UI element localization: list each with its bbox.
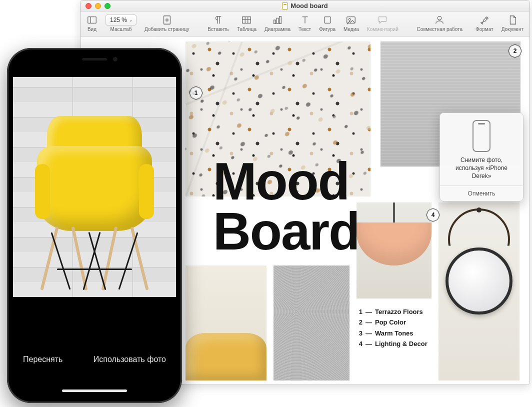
retake-button[interactable]: Переснять — [23, 355, 62, 364]
svg-rect-11 — [280, 16, 282, 24]
image-lamp[interactable] — [356, 202, 432, 298]
svg-point-16 — [349, 18, 351, 20]
table-button[interactable]: Таблица — [234, 12, 260, 32]
paragraph-icon — [213, 14, 224, 26]
legend-item: 4 — Lighting & Decor — [356, 338, 428, 349]
close-window-button[interactable] — [86, 3, 92, 9]
svg-rect-5 — [242, 17, 251, 24]
view-icon — [86, 14, 98, 26]
comment-button: Комментарий — [364, 12, 402, 32]
insert-button[interactable]: Вставить — [204, 12, 232, 32]
popover-cancel-button[interactable]: Отменить — [440, 186, 523, 201]
iphone-device: Переснять Использовать фото — [7, 48, 182, 403]
svg-rect-10 — [276, 18, 278, 24]
legend-item: 1 — Terrazzo Floors — [356, 306, 428, 317]
document-icon — [282, 2, 288, 10]
callout-4[interactable]: 4 — [426, 208, 440, 222]
shape-button[interactable]: Фигура — [316, 12, 338, 32]
home-indicator[interactable] — [62, 390, 127, 392]
format-button[interactable]: Формат — [472, 12, 496, 32]
iphone-notch — [54, 54, 134, 67]
image-fur[interactable] — [274, 266, 350, 380]
legend-item: 3 — Warm Tones — [356, 328, 428, 338]
iphone-outline-icon — [472, 120, 490, 152]
legend-item: 2 — Pop Color — [356, 317, 428, 328]
iphone-screen: Переснять Использовать фото — [13, 54, 176, 397]
titlebar: Mood board — [80, 0, 530, 12]
document-title[interactable]: Mood Board. — [213, 156, 374, 256]
svg-rect-14 — [324, 17, 330, 24]
window-controls — [80, 3, 110, 9]
chart-button[interactable]: Диаграмма — [262, 12, 294, 32]
svg-rect-0 — [88, 17, 96, 24]
window-title-text: Mood board — [290, 2, 328, 10]
preview-subject-chair — [37, 116, 152, 286]
text-icon — [300, 14, 310, 26]
media-button[interactable]: Медиа — [340, 12, 362, 32]
document-panel-icon — [507, 14, 518, 26]
collaborate-button[interactable]: Совместная работа — [414, 12, 466, 32]
legend-list: 1 — Terrazzo Floors 2 — Pop Color 3 — Wa… — [356, 306, 428, 350]
chevron-down-icon: ⌄ — [129, 18, 133, 22]
add-page-icon — [162, 14, 172, 26]
format-icon — [479, 14, 490, 26]
image-mirror[interactable] — [438, 202, 520, 380]
continuity-camera-popover: Снимите фото, используя «iPhone Derek» О… — [440, 112, 524, 202]
zoom-value[interactable]: 125 % ⌄ — [106, 14, 136, 26]
use-photo-button[interactable]: Использовать фото — [94, 355, 166, 364]
comment-icon — [377, 14, 388, 26]
toolbar: Вид 125 % ⌄ Масштаб Добавить страницу Вс… — [80, 12, 530, 36]
add-page-button[interactable]: Добавить страницу — [142, 12, 192, 32]
zoom-window-button[interactable] — [104, 3, 110, 9]
popover-message: Снимите фото, используя «iPhone Derek» — [440, 156, 523, 186]
view-button[interactable]: Вид — [84, 12, 100, 32]
text-button[interactable]: Текст — [296, 12, 314, 32]
collaborate-icon — [434, 14, 445, 26]
svg-rect-9 — [274, 20, 276, 24]
table-icon — [241, 14, 252, 26]
camera-preview[interactable] — [13, 77, 176, 297]
media-icon — [346, 14, 356, 26]
callout-2[interactable]: 2 — [508, 44, 522, 58]
svg-point-17 — [438, 16, 442, 20]
camera-bottom-bar: Переснять Использовать фото — [13, 337, 176, 397]
image-sofa[interactable] — [186, 266, 266, 380]
chart-icon — [272, 14, 283, 26]
zoom-control[interactable]: 125 % ⌄ Масштаб — [102, 12, 140, 32]
shape-icon — [322, 14, 333, 26]
minimize-window-button[interactable] — [95, 3, 101, 9]
callout-1[interactable]: 1 — [190, 86, 202, 100]
document-button[interactable]: Документ — [498, 12, 526, 32]
window-title: Mood board — [80, 2, 530, 10]
